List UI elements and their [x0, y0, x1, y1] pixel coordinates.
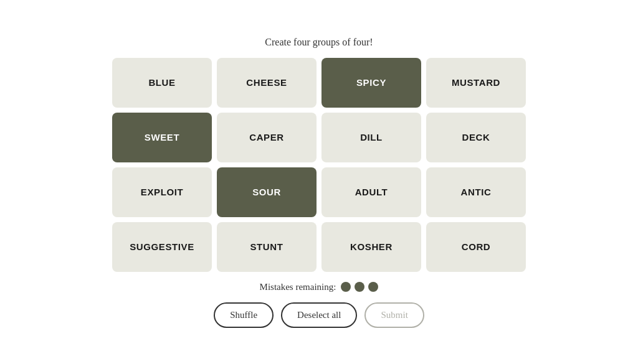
mistakes-dots [341, 282, 378, 292]
tile-caper[interactable]: CAPER [217, 113, 317, 162]
shuffle-button[interactable]: Shuffle [214, 302, 274, 328]
tile-cheese[interactable]: CHEESE [217, 58, 317, 108]
tile-cord[interactable]: CORD [426, 222, 526, 272]
tile-dill[interactable]: DILL [321, 113, 421, 162]
tile-antic[interactable]: ANTIC [426, 167, 526, 217]
tile-suggestive[interactable]: SUGGESTIVE [112, 222, 212, 272]
tile-stunt[interactable]: STUNT [217, 222, 317, 272]
instructions-text: Create four groups of four! [265, 37, 373, 48]
submit-button[interactable]: Submit [364, 302, 424, 328]
mistake-dot-1 [355, 282, 364, 292]
tile-exploit[interactable]: EXPLOIT [112, 167, 212, 217]
mistakes-row: Mistakes remaining: [260, 282, 379, 292]
game-container: Create four groups of four! BLUECHEESESP… [101, 37, 537, 328]
mistakes-label: Mistakes remaining: [260, 282, 336, 292]
tile-mustard[interactable]: MUSTARD [426, 58, 526, 108]
tile-blue[interactable]: BLUE [112, 58, 212, 108]
tile-sour[interactable]: SOUR [217, 167, 317, 217]
tile-kosher[interactable]: KOSHER [321, 222, 421, 272]
tile-adult[interactable]: ADULT [321, 167, 421, 217]
mistake-dot-2 [368, 282, 378, 292]
word-grid: BLUECHEESESPICYMUSTARDSWEETCAPERDILLDECK… [112, 58, 526, 272]
buttons-row: Shuffle Deselect all Submit [214, 302, 424, 328]
deselect-all-button[interactable]: Deselect all [281, 302, 357, 328]
tile-deck[interactable]: DECK [426, 113, 526, 162]
mistake-dot-0 [341, 282, 351, 292]
tile-spicy[interactable]: SPICY [321, 58, 421, 108]
tile-sweet[interactable]: SWEET [112, 113, 212, 162]
